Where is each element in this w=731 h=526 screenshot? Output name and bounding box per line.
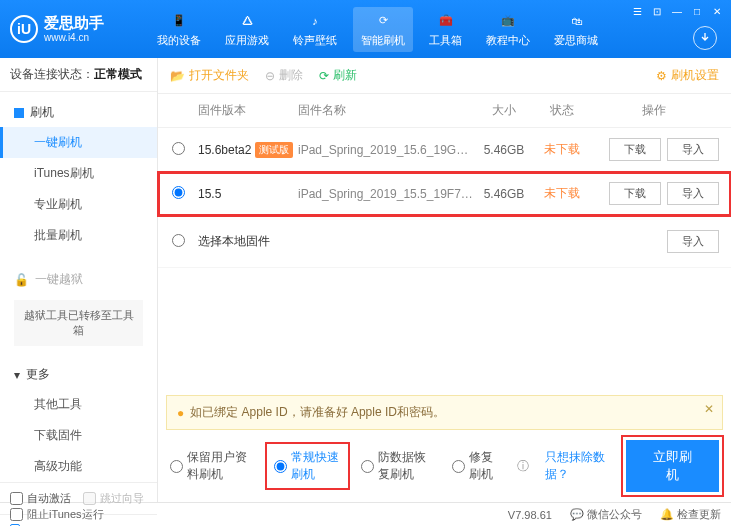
flash-mode-2[interactable]: 防数据恢复刷机	[361, 449, 436, 483]
firmware-radio[interactable]	[172, 142, 185, 155]
flash-now-button[interactable]: 立即刷机	[626, 440, 719, 492]
logo-icon: iU	[10, 15, 38, 43]
version-label: V7.98.61	[508, 509, 552, 521]
delete-button[interactable]: ⊖删除	[265, 67, 303, 84]
nav-icon: 🛍	[566, 11, 586, 31]
square-icon	[14, 108, 24, 118]
firmware-radio[interactable]	[172, 186, 185, 199]
block-itunes-checkbox[interactable]: 阻止iTunes运行	[10, 507, 104, 522]
nav-item-5[interactable]: 📺教程中心	[478, 7, 538, 52]
auto-activate-checkbox[interactable]: 自动激活	[10, 491, 71, 506]
gear-icon: ⚙	[656, 69, 667, 83]
download-button[interactable]: 下载	[609, 138, 661, 161]
import-local-button[interactable]: 导入	[667, 230, 719, 253]
connection-status: 设备连接状态：正常模式	[0, 58, 157, 92]
sidebar-item-flash-3[interactable]: 批量刷机	[0, 220, 157, 251]
nav-icon: 🛆	[237, 11, 257, 31]
window-controls: ☰ ⊡ — □ ✕	[629, 4, 725, 18]
erase-only-link[interactable]: 只想抹除数据？	[545, 449, 611, 483]
wechat-link[interactable]: 💬 微信公众号	[570, 507, 642, 522]
download-button[interactable]: 下载	[609, 182, 661, 205]
app-logo: iU 爱思助手 www.i4.cn	[10, 15, 104, 43]
skip-guide-checkbox[interactable]: 跳过向导	[83, 491, 144, 506]
folder-icon: 📂	[170, 69, 185, 83]
app-url: www.i4.cn	[44, 32, 104, 43]
toolbar: 📂打开文件夹 ⊖删除 ⟳刷新 ⚙刷机设置	[158, 58, 731, 94]
sidebar-item-flash-1[interactable]: iTunes刷机	[0, 158, 157, 189]
main-nav: 📱我的设备🛆应用游戏♪铃声壁纸⟳智能刷机🧰工具箱📺教程中心🛍爱思商城	[149, 7, 606, 52]
warning-icon: ●	[177, 406, 184, 420]
app-name: 爱思助手	[44, 15, 104, 32]
status-text: 未下载	[534, 185, 589, 202]
nav-icon: 📺	[498, 11, 518, 31]
delete-icon: ⊖	[265, 69, 275, 83]
nav-icon: 📱	[169, 11, 189, 31]
lock-icon[interactable]: ⊡	[649, 4, 665, 18]
sidebar-group-more[interactable]: ▾ 更多	[0, 360, 157, 389]
flash-mode-3[interactable]: 修复刷机	[452, 449, 501, 483]
check-update-link[interactable]: 🔔 检查更新	[660, 507, 721, 522]
select-local-firmware-row[interactable]: 选择本地固件 导入	[158, 216, 731, 268]
nav-item-0[interactable]: 📱我的设备	[149, 7, 209, 52]
title-bar: iU 爱思助手 www.i4.cn 📱我的设备🛆应用游戏♪铃声壁纸⟳智能刷机🧰工…	[0, 0, 731, 58]
sidebar-item-more-1[interactable]: 下载固件	[0, 420, 157, 451]
nav-icon: 🧰	[436, 11, 456, 31]
close-icon[interactable]: ✕	[709, 4, 725, 18]
table-header: 固件版本 固件名称 大小 状态 操作	[158, 94, 731, 128]
nav-item-6[interactable]: 🛍爱思商城	[546, 7, 606, 52]
nav-item-2[interactable]: ♪铃声壁纸	[285, 7, 345, 52]
sidebar-group-jailbreak[interactable]: 🔓 一键越狱	[0, 265, 157, 294]
import-button[interactable]: 导入	[667, 138, 719, 161]
flash-mode-1[interactable]: 常规快速刷机	[270, 447, 344, 485]
sidebar-item-flash-0[interactable]: 一键刷机	[0, 127, 157, 158]
wechat-icon: 💬	[570, 508, 584, 520]
local-firmware-radio[interactable]	[172, 234, 185, 247]
beta-badge: 测试版	[255, 142, 293, 158]
nav-icon: ⟳	[373, 11, 393, 31]
sidebar: 设备连接状态：正常模式 刷机 一键刷机iTunes刷机专业刷机批量刷机 🔓 一键…	[0, 58, 158, 502]
status-text: 未下载	[534, 141, 589, 158]
update-icon: 🔔	[660, 508, 674, 520]
flash-mode-0[interactable]: 保留用户资料刷机	[170, 449, 254, 483]
info-icon[interactable]: ⓘ	[517, 458, 529, 475]
refresh-icon: ⟳	[319, 69, 329, 83]
open-folder-button[interactable]: 📂打开文件夹	[170, 67, 249, 84]
apple-id-warning: ● 如已绑定 Apple ID，请准备好 Apple ID和密码。 ✕	[166, 395, 723, 430]
nav-item-1[interactable]: 🛆应用游戏	[217, 7, 277, 52]
sidebar-item-more-0[interactable]: 其他工具	[0, 389, 157, 420]
nav-icon: ♪	[305, 11, 325, 31]
sidebar-item-flash-2[interactable]: 专业刷机	[0, 189, 157, 220]
firmware-rows: 15.6beta2测试版iPad_Spring_2019_15.6_19G503…	[158, 128, 731, 216]
chevron-down-icon: ▾	[14, 368, 20, 382]
refresh-button[interactable]: ⟳刷新	[319, 67, 357, 84]
nav-item-4[interactable]: 🧰工具箱	[421, 7, 470, 52]
firmware-row[interactable]: 15.6beta2测试版iPad_Spring_2019_15.6_19G503…	[158, 128, 731, 172]
nav-item-3[interactable]: ⟳智能刷机	[353, 7, 413, 52]
main-panel: 📂打开文件夹 ⊖删除 ⟳刷新 ⚙刷机设置 固件版本 固件名称 大小 状态 操作 …	[158, 58, 731, 502]
firmware-filename: iPad_Spring_2019_15.6_19G5037d_Restore.i…	[298, 143, 474, 157]
lock-open-icon: 🔓	[14, 273, 29, 287]
import-button[interactable]: 导入	[667, 182, 719, 205]
close-warning-icon[interactable]: ✕	[704, 402, 714, 416]
maximize-icon[interactable]: □	[689, 4, 705, 18]
minimize-icon[interactable]: —	[669, 4, 685, 18]
sidebar-group-flash[interactable]: 刷机	[0, 98, 157, 127]
sidebar-item-more-2[interactable]: 高级功能	[0, 451, 157, 482]
flash-settings-button[interactable]: ⚙刷机设置	[656, 67, 719, 84]
firmware-row[interactable]: 15.5iPad_Spring_2019_15.5_19F77_Restore.…	[158, 172, 731, 216]
menu-icon[interactable]: ☰	[629, 4, 645, 18]
firmware-filename: iPad_Spring_2019_15.5_19F77_Restore.ipsw	[298, 187, 474, 201]
jailbreak-moved-note[interactable]: 越狱工具已转移至工具箱	[14, 300, 143, 346]
flash-mode-row: 保留用户资料刷机常规快速刷机防数据恢复刷机修复刷机 ⓘ 只想抹除数据？ 立即刷机	[158, 430, 731, 502]
download-manager-icon[interactable]	[693, 26, 717, 50]
